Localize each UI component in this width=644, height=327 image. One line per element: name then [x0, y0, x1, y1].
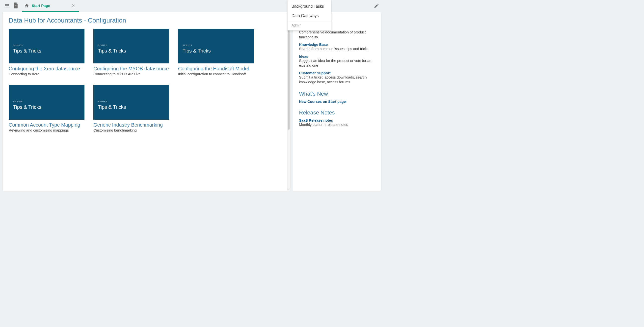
- course-card-title: Configuring the MYOB datasource: [94, 66, 169, 72]
- new-document-icon: [14, 2, 18, 10]
- sidebar-link-title: SaaS Release notes: [299, 118, 375, 122]
- sidebar-link-title: New Courses on Start page: [299, 100, 375, 104]
- sidebar-link-desc: Comprehensive documentation of product f…: [299, 30, 375, 40]
- course-card[interactable]: SERIES Tips & Tricks Configuring the Xer…: [9, 29, 84, 76]
- course-card-subtitle: Reviewing and customising mappings: [9, 128, 84, 132]
- thumb-series-label: SERIES: [98, 100, 165, 103]
- svg-rect-2: [5, 7, 9, 7]
- topbar-right: [372, 0, 381, 12]
- sidebar-link-desc: Monthly platform release notes: [299, 122, 375, 127]
- pencil-icon: [374, 3, 379, 9]
- course-card-thumb: SERIES Tips & Tricks: [94, 29, 169, 64]
- svg-rect-4: [16, 4, 16, 6]
- vertical-scrollbar[interactable]: ▾: [287, 12, 290, 191]
- thumb-banner: Tips & Tricks: [182, 48, 250, 54]
- page-title: Data Hub for Accountants - Configuration: [9, 16, 282, 24]
- sidebar-link-title: Knowledge Base: [299, 42, 375, 46]
- course-card-subtitle: Initial configuration to connect to Hand…: [178, 72, 254, 76]
- hamburger-menu-button[interactable]: [2, 2, 12, 10]
- main-pane: Data Hub for Accountants - Configuration…: [2, 12, 290, 191]
- course-card[interactable]: SERIES Tips & Tricks Common Account Type…: [9, 85, 84, 132]
- edit-button[interactable]: [372, 2, 381, 10]
- course-card-title: Configuring the Xero datasource: [9, 66, 84, 72]
- scroll-down-arrow-icon[interactable]: ▾: [288, 187, 290, 191]
- close-icon: ✕: [72, 4, 75, 8]
- menu-footer-label: Admin: [288, 22, 331, 29]
- thumb-banner: Tips & Tricks: [13, 48, 80, 54]
- menu-item-background-tasks[interactable]: Background Tasks: [288, 2, 331, 11]
- svg-rect-1: [5, 5, 9, 6]
- thumb-series-label: SERIES: [182, 44, 250, 46]
- sidebar-link-saas-release-notes[interactable]: SaaS Release notes Monthly platform rele…: [299, 118, 375, 127]
- course-card-subtitle: Customising benchmarking: [94, 128, 169, 132]
- svg-rect-0: [5, 4, 9, 4]
- sidebar-link-desc: Search from common issues, tips and tric…: [299, 46, 375, 52]
- course-card-thumb: SERIES Tips & Tricks: [9, 85, 84, 120]
- main-pane-scroll[interactable]: Data Hub for Accountants - Configuration…: [3, 12, 287, 191]
- sidebar-link-ideas[interactable]: Ideas Suggest an idea for the product or…: [299, 54, 375, 68]
- dropdown-menu: Background Tasks Data Gateways Admin: [287, 0, 332, 30]
- sidebar-link-desc: Submit a ticket, access downloads, searc…: [299, 75, 375, 85]
- app-root: Start Page ✕ Data Hub for Accountants - …: [0, 0, 384, 194]
- sidebar-pane: Useful Links Help Comprehensive document…: [293, 12, 381, 191]
- new-document-button[interactable]: [12, 2, 20, 10]
- sidebar-link-customer-support[interactable]: Customer Support Submit a ticket, access…: [299, 71, 375, 85]
- course-card-subtitle: Connecting to Xero: [9, 72, 84, 76]
- course-card-thumb: SERIES Tips & Tricks: [178, 29, 254, 64]
- content-area: Data Hub for Accountants - Configuration…: [0, 12, 384, 194]
- thumb-banner: Tips & Tricks: [98, 104, 165, 110]
- course-card-thumb: SERIES Tips & Tricks: [9, 29, 84, 64]
- thumb-series-label: SERIES: [98, 44, 165, 46]
- course-card[interactable]: SERIES Tips & Tricks Generic Industry Be…: [94, 85, 169, 132]
- sidebar-link-knowledge-base[interactable]: Knowledge Base Search from common issues…: [299, 42, 375, 52]
- sidebar-link-desc: Suggest an idea for the product or vote …: [299, 58, 375, 68]
- menu-item-data-gateways[interactable]: Data Gateways: [288, 11, 331, 20]
- course-card-title: Configuring the Handisoft Model: [178, 66, 254, 72]
- menu-icon: [4, 3, 10, 9]
- thumb-series-label: SERIES: [13, 44, 80, 46]
- course-card-grid: SERIES Tips & Tricks Configuring the Xer…: [9, 29, 282, 132]
- course-card[interactable]: SERIES Tips & Tricks Configuring the MYO…: [94, 29, 169, 76]
- course-card-title: Generic Industry Benchmarking: [94, 122, 169, 128]
- thumb-banner: Tips & Tricks: [13, 104, 80, 110]
- course-card-subtitle: Connecting to MYOB AR Live: [94, 72, 169, 76]
- thumb-banner: Tips & Tricks: [98, 48, 165, 54]
- thumb-series-label: SERIES: [13, 100, 80, 103]
- tab-strip: Start Page ✕: [22, 0, 79, 12]
- course-card[interactable]: SERIES Tips & Tricks Configuring the Han…: [178, 29, 254, 76]
- sidebar-link-title: Ideas: [299, 54, 375, 58]
- tab-label: Start Page: [32, 4, 50, 8]
- tab-start-page[interactable]: Start Page ✕: [22, 0, 79, 12]
- sidebar-link-new-courses[interactable]: New Courses on Start page: [299, 100, 375, 104]
- home-icon: [24, 3, 29, 8]
- course-card-thumb: SERIES Tips & Tricks: [94, 85, 169, 120]
- section-heading-whats-new: What's New: [299, 91, 375, 97]
- section-heading-release-notes: Release Notes: [299, 110, 375, 116]
- sidebar-link-title: Customer Support: [299, 71, 375, 75]
- course-card-title: Common Account Type Mapping: [9, 122, 84, 128]
- menu-separator: [288, 21, 331, 21]
- tab-close-button[interactable]: ✕: [70, 3, 76, 9]
